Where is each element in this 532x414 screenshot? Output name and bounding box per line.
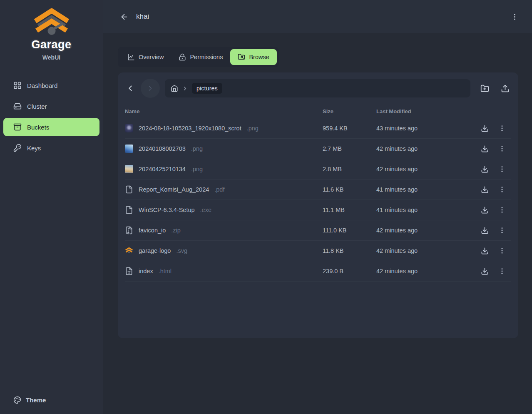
sidebar-item-buckets[interactable]: Buckets — [3, 118, 99, 136]
image-thumbnail — [125, 124, 133, 132]
row-menu-button[interactable] — [493, 266, 511, 277]
file-modified: 42 minutes ago — [376, 166, 476, 172]
tab-browse[interactable]: Browse — [230, 49, 276, 65]
row-menu-button[interactable] — [493, 123, 511, 134]
row-menu-button[interactable] — [493, 205, 511, 215]
sidebar-item-label: Keys — [27, 145, 41, 152]
file-name: Report_Komisi_Aug_2024 — [139, 186, 209, 193]
download-button[interactable] — [476, 225, 493, 236]
file-extension: .svg — [176, 247, 187, 254]
chevron-right-icon — [182, 85, 188, 92]
file-name: 2024-08-18-105203_1920x1080_scrot — [139, 125, 241, 132]
table-header: Name Size Last Modified — [125, 105, 511, 118]
svg-logo-thumbnail — [125, 247, 133, 255]
tab-label: Permissions — [190, 54, 223, 60]
sidebar: Garage WebUI Dashboard Cluster Buckets — [0, 0, 103, 414]
row-menu-button[interactable] — [493, 143, 511, 154]
file-row[interactable]: WinSCP-6.3.4-Setup.exe 11.1 MB 41 minute… — [125, 200, 511, 220]
tab-permissions[interactable]: Permissions — [171, 49, 230, 65]
bucket-menu-button[interactable] — [508, 10, 521, 23]
sidebar-item-dashboard[interactable]: Dashboard — [3, 76, 99, 95]
file-type-icon — [125, 267, 133, 275]
nav-forward-button[interactable] — [141, 79, 160, 98]
theme-label: Theme — [26, 397, 46, 404]
row-menu-button[interactable] — [493, 225, 511, 236]
file-size: 11.6 KB — [323, 186, 376, 193]
file-extension: .png — [191, 145, 203, 152]
file-modified: 41 minutes ago — [376, 186, 476, 193]
cluster-icon — [13, 102, 22, 110]
theme-toggle[interactable]: Theme — [0, 388, 103, 414]
file-row[interactable]: 20240108002703.png 2.7 MB 42 minutes ago — [125, 139, 511, 159]
sidebar-item-cluster[interactable]: Cluster — [3, 97, 99, 115]
file-name-cell: 2024-08-18-105203_1920x1080_scrot.png — [125, 124, 323, 132]
file-row[interactable]: 20240425210134.png 2.8 MB 42 minutes ago — [125, 159, 511, 180]
file-name-cell: favicon_io.zip — [125, 226, 323, 234]
breadcrumb-folder-pictures[interactable]: pictures — [192, 83, 222, 94]
download-button[interactable] — [476, 123, 493, 134]
file-size: 959.4 KB — [323, 125, 376, 132]
file-icon — [125, 185, 133, 194]
row-menu-button[interactable] — [493, 245, 511, 256]
file-name-cell: 20240425210134.png — [125, 165, 323, 173]
main-area: khai Overview Permissions — [103, 0, 532, 414]
download-button[interactable] — [476, 205, 493, 216]
bucket-tabs: Overview Permissions Browse — [118, 47, 279, 67]
file-row[interactable]: 2024-08-18-105203_1920x1080_scrot.png 95… — [125, 118, 511, 139]
file-modified: 41 minutes ago — [376, 207, 476, 213]
column-modified: Last Modified — [376, 108, 476, 115]
garage-logo-icon — [34, 8, 69, 37]
file-modified: 43 minutes ago — [376, 125, 476, 132]
file-row[interactable]: Report_Komisi_Aug_2024.pdf 11.6 KB 41 mi… — [125, 180, 511, 200]
file-modified: 42 minutes ago — [376, 227, 476, 234]
file-modified: 42 minutes ago — [376, 268, 476, 274]
browse-toolbar: pictures — [125, 79, 511, 98]
file-row[interactable]: favicon_io.zip 111.0 KB 42 minutes ago — [125, 220, 511, 241]
folder-search-icon — [238, 53, 245, 61]
file-name-cell: index.html — [125, 267, 323, 275]
file-row[interactable]: garage-logo.svg 11.8 KB 42 minutes ago — [125, 241, 511, 261]
tab-overview[interactable]: Overview — [120, 49, 171, 65]
sidebar-item-keys[interactable]: Keys — [3, 139, 99, 157]
file-name-cell: Report_Komisi_Aug_2024.pdf — [125, 185, 323, 194]
file-extension: .pdf — [214, 186, 224, 193]
file-name-cell: 20240108002703.png — [125, 145, 323, 153]
file-extension: .png — [191, 166, 203, 172]
nav-back-button[interactable] — [125, 83, 136, 94]
bucket-title: khai — [136, 12, 149, 21]
download-button[interactable] — [476, 266, 493, 277]
file-name-cell: WinSCP-6.3.4-Setup.exe — [125, 206, 323, 214]
upload-button[interactable] — [501, 84, 510, 93]
home-icon[interactable] — [171, 85, 178, 92]
file-size: 111.0 KB — [323, 227, 376, 234]
sidebar-nav: Dashboard Cluster Buckets Keys — [0, 75, 103, 158]
new-folder-button[interactable] — [480, 84, 489, 93]
column-size: Size — [323, 108, 376, 115]
column-name: Name — [125, 108, 323, 115]
file-icon — [125, 206, 133, 214]
file-extension: .png — [247, 125, 259, 132]
palette-icon — [13, 396, 21, 404]
download-button[interactable] — [476, 143, 493, 155]
file-extension: .zip — [171, 227, 181, 234]
buckets-icon — [13, 123, 22, 131]
file-size: 11.1 MB — [323, 207, 376, 213]
file-name: 20240425210134 — [139, 166, 186, 172]
toolbar-actions — [480, 84, 511, 93]
path-breadcrumb[interactable]: pictures — [165, 79, 470, 97]
back-button[interactable] — [118, 11, 130, 23]
file-name: index — [139, 268, 153, 274]
tab-label: Overview — [139, 54, 164, 60]
download-button[interactable] — [476, 245, 493, 257]
file-extension: .exe — [200, 207, 211, 213]
sidebar-item-label: Cluster — [27, 103, 47, 110]
image-thumbnail — [125, 165, 133, 173]
row-menu-button[interactable] — [493, 184, 511, 195]
file-row[interactable]: index.html 239.0 B 42 minutes ago — [125, 261, 511, 282]
row-menu-button[interactable] — [493, 164, 511, 175]
file-name: WinSCP-6.3.4-Setup — [139, 207, 195, 213]
download-button[interactable] — [476, 184, 493, 195]
file-name-cell: garage-logo.svg — [125, 247, 323, 255]
sidebar-item-label: Buckets — [27, 124, 49, 131]
download-button[interactable] — [476, 164, 493, 175]
